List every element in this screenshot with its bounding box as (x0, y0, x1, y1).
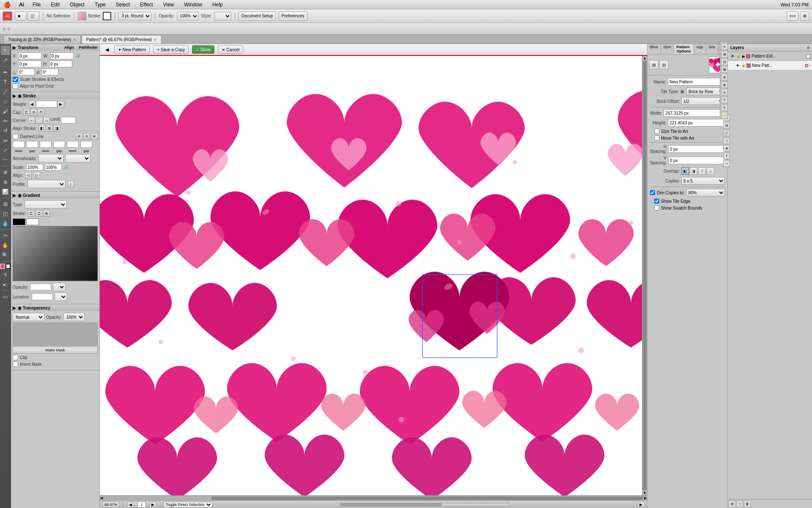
tool-line[interactable]: ╱ (1, 87, 10, 97)
overlap-btn2[interactable]: ◨ (690, 167, 697, 175)
menu-window[interactable]: Window (182, 2, 204, 8)
strip-btn-flash[interactable]: ⚡ (721, 112, 728, 119)
overlap-btn3[interactable]: ⊤ (698, 167, 706, 175)
po-height-input[interactable]: 221.4043 px (668, 119, 725, 127)
arrow-end-select[interactable] (65, 154, 91, 163)
po-copies-select[interactable]: 5 x 5 3 x 3 7 x 7 (681, 177, 725, 185)
layer-lock-2[interactable]: 🔒 (741, 64, 746, 67)
apple-menu[interactable]: 🍎 (3, 1, 11, 8)
align-pixel-checkbox[interactable] (13, 83, 18, 89)
arrange-btn2[interactable]: ⊞ (800, 11, 809, 21)
tool-paintbrush[interactable]: 🖌 (1, 107, 10, 116)
grad-stroke-btn2[interactable]: ⊐ (36, 210, 42, 217)
grad-stop-black[interactable] (13, 218, 25, 225)
tool-color-mode[interactable]: ■□ (1, 280, 10, 289)
horizontal-scrollbar[interactable]: ◀ ▶ (100, 495, 647, 500)
layers-new-layer-btn[interactable]: + (736, 500, 743, 507)
style-select[interactable] (214, 12, 231, 20)
dashed-align1[interactable]: ⊞ (76, 133, 82, 140)
menu-view[interactable]: View (162, 2, 176, 8)
po-icon-btn5[interactable]: ⊕ (723, 145, 730, 152)
menu-edit[interactable]: Edit (49, 2, 61, 8)
grad-opacity-select[interactable] (53, 283, 66, 291)
gradient-header[interactable]: ▶ ◉ Gradient (11, 192, 99, 199)
grad-stop-white[interactable] (26, 218, 39, 225)
po-icon-btn2[interactable]: ⊟ (723, 122, 730, 129)
strip-btn-artboard[interactable]: ⊞ (721, 51, 728, 58)
layer-row-new-pattern[interactable]: 👁 🔒 New Patt... ○ (728, 61, 812, 70)
strip-btn-appearance[interactable]: A (721, 89, 728, 96)
po-tab-app[interactable]: App (694, 44, 706, 54)
arrange-btn1[interactable]: ⟺ (787, 11, 798, 21)
scale-strokes-checkbox[interactable] (13, 77, 18, 82)
h-input[interactable] (49, 61, 72, 67)
layer-row-pattern-edit[interactable]: 👁 🔒 ▶ Pattern Edi... (728, 52, 812, 61)
dash2-input[interactable] (40, 141, 52, 148)
stroke-weight-select[interactable]: 3 pt. Round (118, 12, 151, 20)
strip-btn-pathfinder[interactable]: ⊕ (721, 74, 728, 80)
po-tab-gra[interactable]: Gra (706, 44, 718, 54)
strip-btn-transform[interactable]: ⊠ (721, 66, 728, 73)
overlap-btn4[interactable]: ⊥ (707, 167, 714, 175)
cap-square[interactable]: ⊓ (38, 109, 44, 116)
po-preview-btn1[interactable]: ⊞ (649, 60, 658, 69)
po-icon-btn7[interactable]: ↔ (723, 160, 730, 167)
po-tiletype-select[interactable]: Brick by Row Grid Hex by Column (686, 88, 725, 95)
fill-swatch[interactable] (78, 12, 86, 20)
tool-blend[interactable]: ⊕ (1, 168, 10, 177)
stroke-weight-down[interactable]: ◀ (29, 101, 36, 108)
po-icon-btn3[interactable]: 🔗 (723, 130, 730, 136)
cancel-btn[interactable]: ✕ Cancel (218, 45, 243, 54)
tool-mesh[interactable]: ⊞ (1, 199, 10, 209)
corner-round[interactable]: ⌒ (36, 117, 43, 124)
selection-mode-btn[interactable]: ■ (15, 11, 27, 21)
w-input[interactable] (50, 52, 74, 59)
po-showswatch-checkbox[interactable] (654, 205, 659, 210)
tool-type[interactable]: T (1, 77, 10, 87)
menu-select[interactable]: Select (114, 2, 132, 8)
tab-pattern-close[interactable]: ✕ (154, 38, 157, 42)
po-dimcopies-checkbox[interactable] (650, 190, 655, 195)
trans-opacity-select[interactable]: 100% (63, 313, 85, 321)
po-movetile-checkbox[interactable] (654, 135, 659, 141)
status-nav-btn[interactable]: ▶ (637, 502, 645, 508)
stroke-header[interactable]: ▶ ◉ Stroke (11, 92, 99, 99)
layer-lock-1[interactable]: 🔒 (736, 54, 741, 58)
canvas[interactable] (100, 56, 642, 495)
layer-target-2[interactable] (805, 64, 808, 67)
grad-stroke-btn1[interactable]: ⊏ (28, 210, 35, 217)
y-input[interactable] (18, 61, 41, 67)
strip-btn-layers[interactable]: ≡ (721, 44, 728, 50)
po-icon-btn6[interactable]: T (723, 152, 730, 159)
strip-btn-char[interactable]: T (721, 97, 728, 103)
tool-select-status[interactable]: Toggle Direct Selection (164, 502, 212, 508)
make-mask-btn[interactable]: Make Mask (13, 347, 98, 353)
tool-pencil[interactable]: ✏ (1, 116, 10, 126)
layer-eye-2[interactable]: 👁 (735, 63, 741, 69)
layer-expand-1[interactable]: ▶ (742, 54, 745, 58)
scale-link-icon[interactable]: 🔗 (63, 165, 69, 170)
done-btn[interactable]: ✓ Done (192, 45, 214, 54)
scroll-thumb-v[interactable] (643, 61, 647, 490)
layer-target-1[interactable] (806, 54, 810, 58)
stroke-weight-input[interactable] (36, 101, 57, 108)
tool-swap-colors[interactable]: ⇅ (1, 270, 10, 279)
grad-location-input[interactable] (32, 293, 53, 300)
po-hspacing-input[interactable]: 0 px (668, 145, 725, 153)
po-name-input[interactable] (668, 78, 725, 86)
arrow-start-select[interactable] (38, 154, 63, 163)
tab-tracing-close[interactable]: ✕ (73, 38, 76, 42)
tool-select[interactable]: ↖ (1, 46, 10, 55)
scroll-right-btn[interactable]: ▶ (644, 496, 647, 500)
prev-page-btn[interactable]: ◀ (127, 502, 134, 508)
profile-flip-btn[interactable]: ↕ (67, 181, 74, 188)
transform-header[interactable]: ▶ Transform Align Pathfinder (11, 44, 99, 51)
tool-column-graph[interactable]: 📊 (1, 187, 10, 196)
gap2-input[interactable] (53, 141, 65, 148)
scroll-up-btn[interactable]: ▲ (642, 56, 647, 61)
limit-input[interactable] (61, 117, 76, 124)
grad-stroke-btn3[interactable]: ⊗ (43, 210, 50, 217)
vertical-scrollbar[interactable]: ▲ ▼ (642, 56, 647, 495)
page-input[interactable] (137, 502, 146, 508)
layers-panel-menu[interactable]: ≡ (807, 45, 809, 50)
